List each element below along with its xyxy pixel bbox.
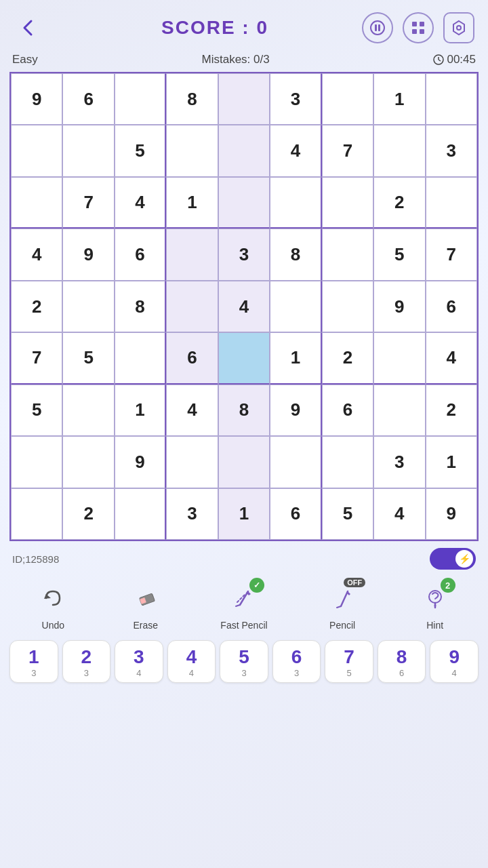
cell-r1-c3[interactable]	[166, 125, 218, 176]
cell-r6-c5[interactable]: 9	[270, 384, 321, 436]
cell-r2-c5[interactable]	[270, 177, 321, 229]
cell-r8-c4[interactable]: 1	[218, 488, 270, 540]
cell-r6-c2[interactable]: 1	[115, 384, 166, 436]
cell-r1-c8[interactable]: 3	[426, 125, 477, 176]
back-button[interactable]	[14, 13, 43, 43]
cell-r2-c0[interactable]	[11, 177, 62, 229]
cell-r5-c4[interactable]	[218, 332, 270, 384]
cell-r2-c3[interactable]: 1	[166, 177, 218, 229]
cell-r3-c8[interactable]: 7	[426, 229, 477, 280]
cell-r7-c3[interactable]	[166, 436, 218, 488]
cell-r2-c4[interactable]	[218, 177, 270, 229]
cell-r3-c3[interactable]	[166, 229, 218, 280]
cell-r6-c6[interactable]: 6	[322, 384, 373, 436]
cell-r3-c1[interactable]: 9	[62, 229, 114, 280]
cell-r1-c0[interactable]	[11, 125, 62, 176]
numpad-3[interactable]: 34	[115, 640, 163, 683]
cell-r4-c5[interactable]	[270, 281, 321, 332]
undo-tool[interactable]: Undo	[35, 580, 70, 631]
cell-r4-c6[interactable]	[322, 281, 373, 332]
cell-r7-c8[interactable]: 1	[426, 436, 477, 488]
cell-r2-c7[interactable]: 2	[373, 177, 425, 229]
cell-r8-c2[interactable]	[115, 488, 166, 540]
numpad-8[interactable]: 86	[378, 640, 426, 683]
cell-r8-c5[interactable]: 6	[270, 488, 321, 540]
cell-r1-c5[interactable]: 4	[270, 125, 321, 176]
numpad-2[interactable]: 23	[62, 640, 111, 683]
cell-r0-c3[interactable]: 8	[166, 73, 218, 125]
cell-r8-c3[interactable]: 3	[166, 488, 218, 540]
pencil-tool[interactable]: OFF Pencil	[325, 580, 360, 631]
cell-r8-c8[interactable]: 9	[426, 488, 477, 540]
cell-r4-c3[interactable]	[166, 281, 218, 332]
cell-r1-c4[interactable]	[218, 125, 270, 176]
cell-r4-c8[interactable]: 6	[426, 281, 477, 332]
cell-r4-c0[interactable]: 2	[11, 281, 62, 332]
cell-r7-c5[interactable]	[270, 436, 321, 488]
cell-r7-c2[interactable]: 9	[115, 436, 166, 488]
cell-r5-c8[interactable]: 4	[426, 332, 477, 384]
cell-r7-c0[interactable]	[11, 436, 62, 488]
cell-r5-c6[interactable]: 2	[322, 332, 373, 384]
cell-r2-c8[interactable]	[426, 177, 477, 229]
cell-r3-c0[interactable]: 4	[11, 229, 62, 280]
cell-r5-c7[interactable]	[373, 332, 425, 384]
cell-r0-c1[interactable]: 6	[62, 73, 114, 125]
cell-r5-c2[interactable]	[115, 332, 166, 384]
grid-button[interactable]	[403, 12, 434, 43]
numpad-4[interactable]: 44	[167, 640, 216, 683]
fast-pencil-tool[interactable]: ✓ Fast Pencil	[220, 580, 267, 631]
cell-r4-c1[interactable]	[62, 281, 114, 332]
cell-r7-c7[interactable]: 3	[373, 436, 425, 488]
cell-r5-c3[interactable]: 6	[166, 332, 218, 384]
cell-r0-c0[interactable]: 9	[11, 73, 62, 125]
settings-button[interactable]	[443, 12, 474, 43]
cell-r8-c1[interactable]: 2	[62, 488, 114, 540]
cell-r7-c1[interactable]	[62, 436, 114, 488]
erase-tool[interactable]: Erase	[128, 580, 163, 631]
cell-r6-c3[interactable]: 4	[166, 384, 218, 436]
cell-r4-c4[interactable]: 4	[218, 281, 270, 332]
cell-r3-c4[interactable]: 3	[218, 229, 270, 280]
numpad-7[interactable]: 75	[325, 640, 373, 683]
cell-r3-c7[interactable]: 5	[373, 229, 425, 280]
cell-r0-c5[interactable]: 3	[270, 73, 321, 125]
cell-r3-c5[interactable]: 8	[270, 229, 321, 280]
cell-r5-c5[interactable]: 1	[270, 332, 321, 384]
cell-r5-c1[interactable]: 5	[62, 332, 114, 384]
cell-r0-c4[interactable]	[218, 73, 270, 125]
cell-r7-c4[interactable]	[218, 436, 270, 488]
cell-r3-c6[interactable]	[322, 229, 373, 280]
cell-r4-c7[interactable]: 9	[373, 281, 425, 332]
cell-r6-c1[interactable]	[62, 384, 114, 436]
cell-r6-c4[interactable]: 8	[218, 384, 270, 436]
pause-button[interactable]	[362, 12, 393, 43]
cell-r1-c7[interactable]	[373, 125, 425, 176]
cell-r0-c7[interactable]: 1	[373, 73, 425, 125]
cell-r0-c6[interactable]	[322, 73, 373, 125]
cell-r0-c2[interactable]	[115, 73, 166, 125]
cell-r2-c2[interactable]: 4	[115, 177, 166, 229]
cell-r1-c6[interactable]: 7	[322, 125, 373, 176]
numpad-6[interactable]: 63	[272, 640, 321, 683]
cell-r7-c6[interactable]	[322, 436, 373, 488]
cell-r5-c0[interactable]: 7	[11, 332, 62, 384]
cell-r8-c6[interactable]: 5	[322, 488, 373, 540]
hint-tool[interactable]: 2 Hint	[418, 580, 453, 631]
cell-r6-c7[interactable]	[373, 384, 425, 436]
cell-r0-c8[interactable]	[426, 73, 477, 125]
cell-r4-c2[interactable]: 8	[115, 281, 166, 332]
auto-fill-toggle[interactable]: ⚡	[430, 548, 476, 570]
cell-r1-c2[interactable]: 5	[115, 125, 166, 176]
numpad-1[interactable]: 13	[9, 640, 58, 683]
cell-r3-c2[interactable]: 6	[115, 229, 166, 280]
cell-r8-c0[interactable]	[11, 488, 62, 540]
cell-r8-c7[interactable]: 4	[373, 488, 425, 540]
cell-r1-c1[interactable]	[62, 125, 114, 176]
numpad-9[interactable]: 94	[430, 640, 479, 683]
numpad-5[interactable]: 53	[220, 640, 268, 683]
cell-r2-c6[interactable]	[322, 177, 373, 229]
cell-r6-c8[interactable]: 2	[426, 384, 477, 436]
cell-r6-c0[interactable]: 5	[11, 384, 62, 436]
cell-r2-c1[interactable]: 7	[62, 177, 114, 229]
